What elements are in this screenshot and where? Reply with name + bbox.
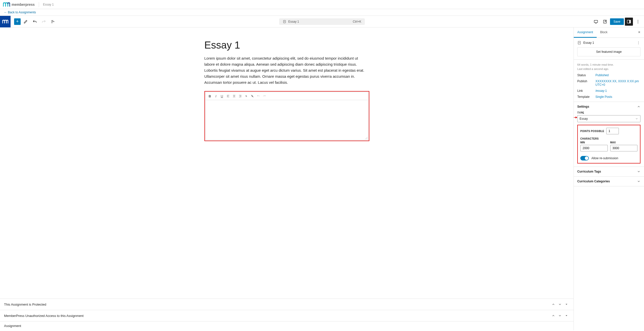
allow-resubmission-row: Allow re-submission <box>580 156 637 160</box>
edit-icon[interactable] <box>22 18 30 26</box>
more-options-icon[interactable] <box>636 41 640 45</box>
sb-doc-title: Essay 1 <box>583 41 594 45</box>
min-chars-input[interactable] <box>580 145 608 151</box>
kv-link[interactable]: Link/essay-1 <box>577 89 640 93</box>
svg-point-10 <box>638 43 639 43</box>
richtext-body[interactable] <box>205 100 368 140</box>
richtext-editor-wrap: B I U <box>204 91 369 141</box>
resize-handle-icon[interactable] <box>365 137 368 139</box>
panel-label: This Assignment is Protected <box>4 303 46 306</box>
dropdown-icon[interactable] <box>563 301 569 307</box>
divider <box>39 2 39 7</box>
panel-unauthorized[interactable]: MemberPress Unauthorized Access to this … <box>0 310 574 321</box>
sidebar: Assignment Block ✕ Essay 1 Set featured … <box>574 27 644 330</box>
chevron-up-icon <box>637 105 640 108</box>
underline-icon[interactable]: U <box>219 93 225 99</box>
device-preview-icon[interactable] <box>592 18 600 26</box>
topbar-left: + <box>0 16 57 27</box>
dropdown-icon[interactable] <box>563 313 569 319</box>
redo-icon[interactable] <box>40 18 48 26</box>
red-highlight-box: POINTS POSSIBLE CHARACTERS MIN MAX <box>577 125 640 163</box>
panel-assignment[interactable]: Assignment <box>0 321 574 330</box>
svg-point-6 <box>638 21 638 22</box>
link-icon[interactable] <box>243 93 249 99</box>
allow-resubmission-label: Allow re-submission <box>591 156 618 160</box>
chevron-down-icon[interactable] <box>557 313 563 319</box>
bottom-panels: This Assignment is Protected MemberPress… <box>0 299 574 330</box>
align-left-icon[interactable] <box>225 93 231 99</box>
command-palette[interactable]: Essay 1 Ctrl+K <box>279 18 365 25</box>
meta-words: 64 words, 1 minute read time. <box>577 63 640 67</box>
topbar-right: Save <box>592 18 644 26</box>
sb-document-section: Essay 1 Set featured image <box>574 38 644 60</box>
chevron-down-icon[interactable] <box>557 301 563 307</box>
undo-icon[interactable] <box>31 18 39 26</box>
set-featured-image-button[interactable]: Set featured image <box>577 47 640 56</box>
svg-point-9 <box>638 41 639 42</box>
tab-block[interactable]: Block <box>597 27 611 37</box>
back-to-assignments-link[interactable]: ← Back to Assignments <box>4 11 36 14</box>
points-possible-input[interactable] <box>606 128 619 134</box>
panel-controls <box>550 313 569 319</box>
panel-label: MemberPress Unauthorized Access to this … <box>4 314 84 318</box>
points-possible-label: POINTS POSSIBLE <box>580 130 604 133</box>
command-palette-shortcut: Ctrl+K <box>353 20 361 23</box>
max-chars-input[interactable] <box>610 145 638 151</box>
memberpress-logo-icon <box>3 2 10 7</box>
command-palette-title: Essay 1 <box>288 20 299 23</box>
settings-label: Settings <box>577 105 589 108</box>
panel-protected[interactable]: This Assignment is Protected <box>0 299 574 310</box>
sb-categories-section[interactable]: Curriculum Categories <box>574 177 644 186</box>
kv-template[interactable]: TemplateSingle Posts <box>577 95 640 99</box>
align-right-icon[interactable] <box>237 93 243 99</box>
svg-rect-8 <box>578 41 580 44</box>
bold-icon[interactable]: B <box>207 93 213 99</box>
sidebar-tabs: Assignment Block ✕ <box>574 27 644 38</box>
options-icon[interactable] <box>634 18 642 26</box>
sidebar-toggle-button[interactable] <box>625 18 633 26</box>
type-select[interactable]: Essay <box>577 115 640 122</box>
italic-icon[interactable]: I <box>213 93 219 99</box>
type-select-value: Essay <box>580 117 588 120</box>
sb-doc-header: Essay 1 <box>577 41 594 45</box>
svg-point-11 <box>638 44 639 44</box>
red-arrow-annotation <box>574 116 577 119</box>
rt-undo-icon[interactable] <box>256 93 261 99</box>
kv-status[interactable]: StatusPublished <box>577 73 640 77</box>
brand-logo: memberpress <box>3 2 35 7</box>
post-body[interactable]: Lorem ipsum dolor sit amet, consectetur … <box>204 55 369 86</box>
close-icon[interactable]: ✕ <box>634 27 644 37</box>
chevron-down-icon <box>635 117 638 120</box>
svg-point-7 <box>638 23 638 23</box>
sb-tags-section[interactable]: Curriculum Tags <box>574 167 644 177</box>
type-label: TYPE <box>577 111 640 114</box>
unlink-icon[interactable] <box>249 93 255 99</box>
svg-rect-4 <box>629 20 631 23</box>
save-button[interactable]: Save <box>610 18 624 25</box>
chevron-up-icon[interactable] <box>550 313 556 319</box>
align-center-icon[interactable] <box>231 93 237 99</box>
max-label: MAX <box>610 141 638 144</box>
add-block-button[interactable]: + <box>14 18 21 25</box>
post-title[interactable]: Essay 1 <box>204 39 369 51</box>
tags-label: Curriculum Tags <box>577 170 601 173</box>
allow-resubmission-toggle[interactable] <box>580 156 589 160</box>
view-post-icon[interactable] <box>601 18 609 26</box>
mp-home-button[interactable] <box>0 16 11 27</box>
main-layout: Essay 1 Lorem ipsum dolor sit amet, cons… <box>0 27 644 330</box>
min-label: MIN <box>580 141 608 144</box>
document-outline-icon[interactable] <box>49 18 57 26</box>
panel-controls <box>550 301 569 307</box>
tab-assignment[interactable]: Assignment <box>574 27 597 38</box>
kv-publish[interactable]: PublishXXXXXXXX XX, XXXX X:XX pm UTC+0 <box>577 79 640 87</box>
settings-panel-head[interactable]: Settings <box>577 105 640 108</box>
panel-label: Assignment <box>4 324 21 328</box>
richtext-toolbar: B I U <box>205 92 368 100</box>
brand-text: memberpress <box>12 3 35 7</box>
editor-content: Essay 1 Lorem ipsum dolor sit amet, cons… <box>204 27 369 299</box>
sb-settings-section: Settings TYPE Essay POINTS POSSIBLE CHAR… <box>574 102 644 167</box>
sb-meta-section: 64 words, 1 minute read time. Last edite… <box>574 60 644 102</box>
rt-redo-icon[interactable] <box>262 93 267 99</box>
editor-topbar: + Essay 1 Ctrl+K Save <box>0 16 644 27</box>
chevron-up-icon[interactable] <box>550 301 556 307</box>
